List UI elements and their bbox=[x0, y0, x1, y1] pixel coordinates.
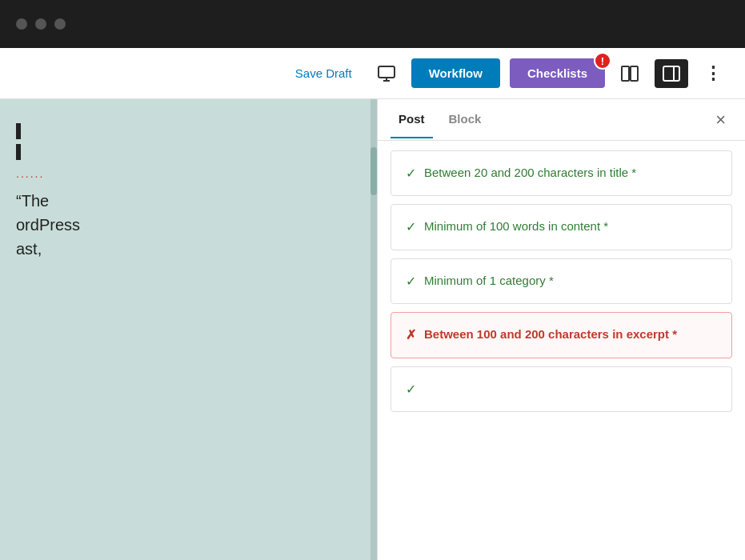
block-bar-1 bbox=[16, 123, 21, 139]
sidebar-panel: Post Block × ✓ Between 20 and 200 charac… bbox=[377, 99, 745, 560]
workflow-button[interactable]: Workflow bbox=[411, 58, 500, 88]
svg-rect-5 bbox=[663, 66, 679, 81]
titlebar-dot-2 bbox=[35, 18, 46, 30]
monitor-icon bbox=[378, 66, 395, 82]
checklist-item: ✓ bbox=[391, 366, 732, 412]
main-layout: ...... “The ordPress ast, Post Block × ✓… bbox=[0, 99, 745, 560]
checklist-item-text: Between 100 and 200 characters in excerp… bbox=[424, 326, 717, 342]
titlebar bbox=[0, 0, 745, 48]
checklist-item: ✓ Between 20 and 200 characters in title… bbox=[391, 150, 732, 196]
block-bar-2 bbox=[16, 144, 21, 160]
checklist-item-text: Between 20 and 200 characters in title * bbox=[424, 164, 717, 181]
columns-icon bbox=[621, 66, 639, 82]
svg-rect-4 bbox=[631, 66, 638, 81]
more-options-button[interactable]: ⋮ bbox=[698, 57, 729, 90]
preview-icon-button[interactable] bbox=[371, 59, 402, 88]
svg-rect-3 bbox=[622, 66, 629, 81]
checklists-button-wrap: Checklists ! bbox=[510, 58, 605, 88]
sidebar-tabs: Post Block × bbox=[378, 99, 745, 141]
editor-text: “The ordPress ast, bbox=[16, 189, 361, 261]
checklists-button[interactable]: Checklists bbox=[510, 58, 605, 88]
svg-rect-0 bbox=[379, 66, 395, 78]
check-pass-icon: ✓ bbox=[406, 381, 416, 398]
editor-dashes: ...... bbox=[16, 165, 361, 182]
columns-icon-button[interactable] bbox=[615, 59, 645, 88]
checklist-item-fail: ✗ Between 100 and 200 characters in exce… bbox=[391, 312, 732, 358]
checklist-item-text: Minimum of 100 words in content * bbox=[424, 218, 717, 234]
toolbar: Save Draft Workflow Checklists ! ⋮ bbox=[0, 48, 745, 99]
save-draft-button[interactable]: Save Draft bbox=[286, 60, 362, 86]
editor-content: ...... “The ordPress ast, bbox=[16, 123, 361, 261]
check-pass-icon: ✓ bbox=[406, 165, 416, 182]
sidebar-icon bbox=[663, 66, 680, 82]
checklist-item: ✓ Minimum of 100 words in content * bbox=[391, 204, 732, 250]
tab-block[interactable]: Block bbox=[441, 101, 490, 138]
sidebar-close-button[interactable]: × bbox=[709, 108, 732, 132]
titlebar-dot-3 bbox=[54, 18, 66, 30]
checklist-item: ✓ Minimum of 1 category * bbox=[391, 258, 732, 304]
sidebar-toggle-button[interactable] bbox=[655, 59, 688, 88]
check-pass-icon: ✓ bbox=[406, 218, 416, 236]
editor-scrollbar[interactable] bbox=[370, 99, 377, 560]
checklist-item-text: Minimum of 1 category * bbox=[424, 272, 717, 289]
titlebar-dot-1 bbox=[16, 18, 27, 30]
tab-post[interactable]: Post bbox=[391, 101, 433, 138]
checklist-items-container: ✓ Between 20 and 200 characters in title… bbox=[378, 141, 745, 422]
ellipsis-icon: ⋮ bbox=[704, 63, 723, 84]
check-fail-icon: ✗ bbox=[406, 326, 416, 344]
alert-badge: ! bbox=[594, 52, 611, 70]
editor-scrollbar-thumb bbox=[370, 147, 377, 195]
editor-area[interactable]: ...... “The ordPress ast, bbox=[0, 99, 377, 560]
check-pass-icon: ✓ bbox=[406, 273, 416, 290]
